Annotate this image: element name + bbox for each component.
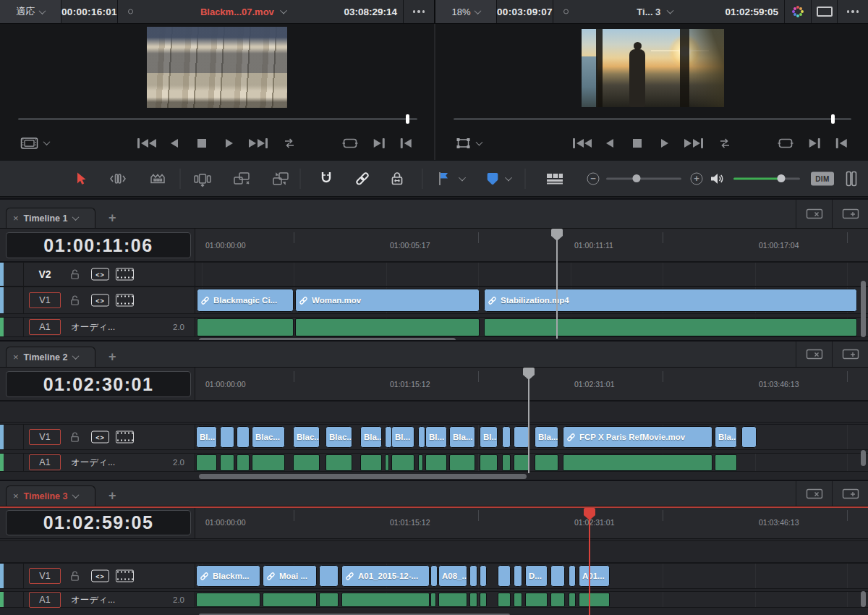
audio-clip[interactable]: [326, 454, 352, 471]
audio-clip[interactable]: [196, 454, 217, 471]
audio-clip[interactable]: [469, 593, 477, 607]
close-tab-icon[interactable]: ×: [13, 213, 19, 223]
add-timeline-view-button[interactable]: [832, 200, 868, 228]
video-clip[interactable]: Bla...: [449, 426, 475, 448]
video-clip[interactable]: Bla...: [715, 426, 737, 448]
overwrite-clip-button[interactable]: [232, 170, 251, 187]
play-button[interactable]: [661, 139, 668, 148]
flag-color-dropdown[interactable]: [460, 176, 465, 181]
video-clip[interactable]: [220, 426, 234, 448]
audio-clip[interactable]: [535, 454, 558, 471]
video-clip[interactable]: FCP X Paris RefMovie.mov: [563, 426, 712, 448]
vertical-scrollbar-thumb[interactable]: [861, 450, 866, 466]
go-to-first-frame-button[interactable]: [573, 138, 592, 148]
source-viewer[interactable]: [0, 24, 434, 160]
audio-clip[interactable]: [480, 454, 498, 471]
timeline-view-options-button[interactable]: [545, 171, 565, 187]
audio-clip[interactable]: [484, 318, 857, 336]
video-clip[interactable]: Moai ...: [263, 565, 317, 587]
timeline-scrubber-handle[interactable]: [831, 114, 835, 124]
timeline-3-timecode[interactable]: 01:02:59:05: [6, 510, 191, 535]
playhead[interactable]: [590, 508, 595, 515]
add-timeline-tab-button[interactable]: +: [109, 347, 116, 367]
flag-button[interactable]: [437, 171, 450, 187]
playhead[interactable]: [557, 229, 563, 236]
audio-monitor-button[interactable]: [709, 171, 725, 186]
snapping-button[interactable]: [318, 170, 335, 187]
audio-clip[interactable]: [385, 454, 389, 471]
audio-clip[interactable]: [196, 593, 260, 607]
track-destination-v2[interactable]: V2: [29, 266, 61, 282]
audio-clip[interactable]: [514, 454, 529, 471]
auto-select-icon[interactable]: <>: [91, 570, 109, 582]
stop-button[interactable]: [633, 139, 642, 148]
track-header-a1[interactable]: A1オーディ...2.0: [0, 454, 195, 471]
add-timeline-view-button[interactable]: [832, 342, 868, 367]
audio-clip[interactable]: [263, 593, 317, 607]
video-clip[interactable]: Bl...: [425, 426, 447, 448]
track-header-v2[interactable]: V2<>: [0, 263, 195, 286]
video-clip[interactable]: Bl...: [196, 426, 217, 448]
color-page-button[interactable]: [784, 0, 811, 23]
audio-clip[interactable]: [319, 593, 339, 607]
track-header-a1[interactable]: A1オーディ...2.0: [0, 592, 195, 607]
tab-timeline-2[interactable]: × Timeline 2: [6, 347, 95, 367]
audio-clip[interactable]: [525, 593, 548, 607]
timeline-scrubber[interactable]: [454, 118, 851, 120]
close-tab-icon[interactable]: ×: [13, 352, 19, 362]
video-clip[interactable]: [237, 426, 250, 448]
track-lock-icon[interactable]: [69, 268, 80, 280]
video-clip[interactable]: A08_...: [438, 565, 467, 587]
selection-mode-button[interactable]: [73, 171, 88, 186]
video-clip[interactable]: [569, 565, 576, 587]
audio-clip[interactable]: [425, 454, 447, 471]
filmstrip-view-icon[interactable]: [116, 294, 134, 307]
close-timeline-view-button[interactable]: [796, 200, 832, 228]
audio-clip[interactable]: [579, 593, 610, 607]
step-back-button[interactable]: [171, 139, 178, 148]
timeline-1-timecode[interactable]: 01:00:11:06: [6, 232, 191, 258]
track-destination-a1[interactable]: A1: [29, 454, 61, 470]
zoom-slider-handle[interactable]: [632, 174, 640, 182]
track-destination-v1[interactable]: V1: [29, 568, 61, 584]
audio-clip[interactable]: [391, 454, 414, 471]
timeline-name-menu[interactable]: Ti... 3: [637, 7, 673, 17]
add-timeline-tab-button[interactable]: +: [109, 485, 116, 506]
auto-select-icon[interactable]: <>: [91, 268, 109, 281]
video-clip[interactable]: Blac...: [252, 426, 285, 448]
audio-clip[interactable]: [498, 593, 511, 607]
vertical-scrollbar-thumb[interactable]: [861, 591, 866, 607]
viewer-options-menu[interactable]: [837, 0, 868, 23]
transform-mode-dropdown[interactable]: [456, 137, 482, 149]
audio-clip[interactable]: [430, 593, 436, 607]
audio-clip[interactable]: [237, 454, 250, 471]
auto-select-icon[interactable]: <>: [91, 431, 109, 444]
play-around-button[interactable]: [342, 137, 358, 149]
audio-clip[interactable]: [197, 318, 294, 336]
video-clip[interactable]: [480, 565, 487, 587]
tab-timeline-1[interactable]: × Timeline 1: [6, 208, 95, 228]
source-scrubber[interactable]: [18, 118, 417, 120]
position-lock-button[interactable]: [388, 170, 406, 187]
previous-edit-button[interactable]: [401, 138, 412, 148]
audio-clip[interactable]: [360, 454, 382, 471]
audio-clip[interactable]: [502, 454, 511, 471]
close-timeline-view-button[interactable]: [796, 481, 832, 506]
add-timeline-view-button[interactable]: [832, 481, 868, 506]
video-clip[interactable]: [418, 426, 425, 448]
video-clip[interactable]: Blac...: [293, 426, 320, 448]
audio-clip[interactable]: [252, 454, 285, 471]
marker-color-dropdown[interactable]: [506, 176, 511, 181]
audio-clip[interactable]: [715, 454, 737, 471]
video-clip[interactable]: A01...: [579, 565, 610, 587]
video-clip[interactable]: [319, 565, 339, 587]
timeline-zoom-slider[interactable]: [606, 177, 681, 179]
track-destination-a1[interactable]: A1: [29, 592, 61, 608]
razor-edit-mode-button[interactable]: [149, 171, 166, 186]
track-lock-icon[interactable]: [69, 570, 80, 582]
video-clip[interactable]: Bla...: [535, 426, 558, 448]
playhead[interactable]: [529, 368, 535, 375]
track-lock-icon[interactable]: [69, 294, 80, 306]
video-clip[interactable]: D...: [525, 565, 548, 587]
video-clip[interactable]: Stabilization.mp4: [484, 289, 857, 312]
